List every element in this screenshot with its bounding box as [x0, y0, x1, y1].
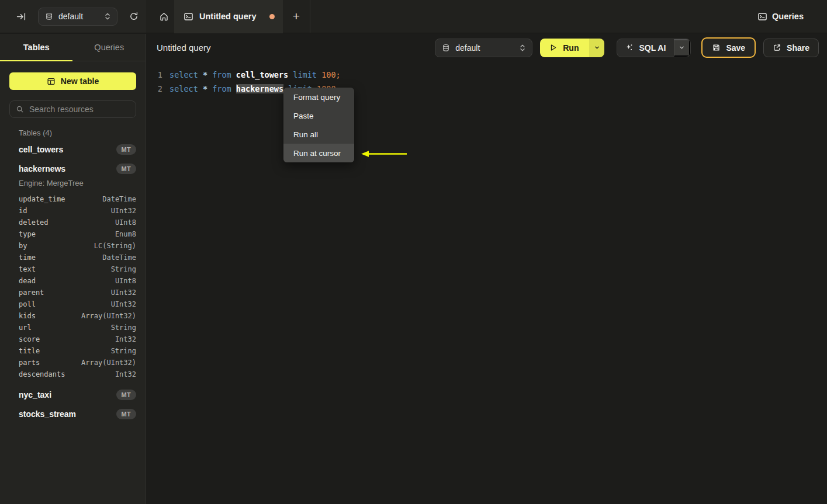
- sidebar-tab-tables[interactable]: Tables: [0, 34, 73, 61]
- menu-item-format-query[interactable]: Format query: [283, 88, 354, 106]
- sql-star: *: [203, 70, 212, 79]
- column-name: kids: [19, 312, 81, 320]
- sql-keyword: from: [212, 70, 236, 79]
- chevron-down-icon: [679, 44, 685, 51]
- tab-label: Untitled query: [199, 12, 264, 21]
- sparkle-icon: [625, 43, 634, 52]
- new-table-button[interactable]: New table: [9, 72, 136, 90]
- table-name: stocks_stream: [9, 409, 116, 419]
- sidebar-tab-queries[interactable]: Queries: [73, 34, 146, 61]
- column-type: String: [111, 265, 136, 273]
- menu-item-paste[interactable]: Paste: [283, 106, 354, 125]
- code-area: 1 select * from cell_towers limit 100; 2…: [146, 61, 827, 96]
- column-type: Int32: [115, 370, 136, 378]
- database-selector[interactable]: default: [38, 8, 117, 26]
- table-name: cell_towers: [9, 145, 116, 154]
- column-name: type: [19, 230, 115, 238]
- save-button-label: Save: [726, 43, 745, 53]
- run-button-group: Run: [540, 39, 604, 57]
- collapse-sidebar-button[interactable]: [14, 9, 29, 24]
- run-options-button[interactable]: [589, 39, 604, 57]
- sidebar-tabs: Tables Queries: [0, 34, 146, 61]
- sql-keyword: select: [169, 70, 203, 79]
- sql-ai-options-button[interactable]: [674, 39, 690, 57]
- code-line-2: 2 select * from hackernews limit 1000: [146, 82, 827, 96]
- column-row: byLC(String): [19, 240, 136, 252]
- sidebar: Tables Queries New table Tables (4) cell…: [0, 34, 146, 504]
- database-selector[interactable]: default: [435, 39, 532, 57]
- database-selector-value: default: [58, 12, 99, 21]
- column-row: scoreInt32: [19, 333, 136, 345]
- query-title: Untitled query: [157, 43, 211, 53]
- column-type: Array(UInt32): [81, 359, 136, 367]
- column-type: UInt32: [111, 300, 136, 308]
- engine-label: Engine: MergeTree: [19, 179, 84, 187]
- sql-ai-button-group: SQL AI: [617, 39, 691, 57]
- collapse-sidebar-icon: [16, 12, 26, 22]
- search-icon: [16, 105, 24, 113]
- column-name: parent: [19, 289, 111, 297]
- updown-chevron-icon: [104, 12, 111, 20]
- top-bar-main: Untitled query + Queries: [146, 0, 827, 33]
- menu-item-run-all[interactable]: Run all: [283, 125, 354, 144]
- tables-section-label: Tables (4): [19, 128, 52, 137]
- sql-editor[interactable]: 1 select * from cell_towers limit 100; 2…: [146, 61, 827, 504]
- column-row: kidsArray(UInt32): [19, 310, 136, 322]
- engine-badge: MT: [116, 144, 136, 155]
- table-name: nyc_taxi: [9, 390, 116, 399]
- column-row: deletedUInt8: [19, 217, 136, 228]
- column-name: poll: [19, 300, 111, 308]
- table-row-cell-towers[interactable]: cell_towers MT: [9, 142, 136, 157]
- database-icon: [442, 44, 450, 52]
- column-name: by: [19, 242, 94, 250]
- column-type: Int32: [115, 335, 136, 343]
- share-button-label: Share: [787, 43, 809, 53]
- column-type: UInt32: [111, 289, 136, 297]
- sql-keyword: select: [169, 84, 203, 93]
- column-type: UInt32: [111, 207, 136, 215]
- column-name: score: [19, 335, 115, 343]
- top-bar-left: default: [0, 0, 146, 33]
- column-name: time: [19, 253, 102, 262]
- home-button[interactable]: [153, 0, 174, 33]
- sql-ai-button[interactable]: SQL AI: [617, 39, 674, 57]
- terminal-icon: [757, 12, 767, 22]
- terminal-icon: [184, 12, 193, 22]
- queries-button[interactable]: Queries: [757, 0, 804, 33]
- new-tab-button[interactable]: +: [283, 0, 310, 33]
- table-row-stocks-stream[interactable]: stocks_stream MT: [9, 406, 136, 422]
- column-type: UInt8: [115, 277, 136, 285]
- menu-item-run-at-cursor[interactable]: Run at cursor: [283, 144, 354, 162]
- tab-untitled-query[interactable]: Untitled query: [174, 0, 283, 33]
- run-button[interactable]: Run: [540, 39, 589, 57]
- column-name: text: [19, 265, 111, 273]
- table-row-hackernews[interactable]: hackernews MT: [9, 161, 136, 176]
- column-type: String: [111, 347, 136, 355]
- column-name: update_time: [19, 195, 102, 203]
- run-button-label: Run: [563, 43, 579, 53]
- search-resources-input[interactable]: [29, 105, 130, 114]
- share-icon: [773, 43, 781, 52]
- hackernews-columns-list: update_timeDateTime idUInt32 deletedUInt…: [19, 193, 136, 380]
- column-type: DateTime: [102, 253, 136, 262]
- annotation-arrow-icon: [361, 149, 408, 159]
- column-row: urlString: [19, 322, 136, 333]
- column-type: LC(String): [94, 242, 136, 250]
- engine-badge: MT: [116, 164, 136, 174]
- column-row: parentUInt32: [19, 287, 136, 298]
- column-type: Enum8: [115, 230, 136, 238]
- column-type: UInt8: [115, 218, 136, 227]
- chevron-down-icon: [594, 44, 600, 51]
- unsaved-changes-dot: [269, 14, 275, 19]
- refresh-button[interactable]: [127, 9, 141, 23]
- column-name: url: [19, 324, 111, 332]
- code-line-1: 1 select * from cell_towers limit 100;: [146, 68, 827, 82]
- share-button[interactable]: Share: [763, 39, 819, 57]
- column-row: update_timeDateTime: [19, 193, 136, 205]
- column-row: typeEnum8: [19, 228, 136, 240]
- save-button[interactable]: Save: [701, 37, 756, 58]
- new-table-button-label: New table: [61, 77, 99, 86]
- queries-button-label: Queries: [772, 12, 804, 21]
- table-row-nyc-taxi[interactable]: nyc_taxi MT: [9, 387, 136, 402]
- save-icon: [712, 43, 721, 52]
